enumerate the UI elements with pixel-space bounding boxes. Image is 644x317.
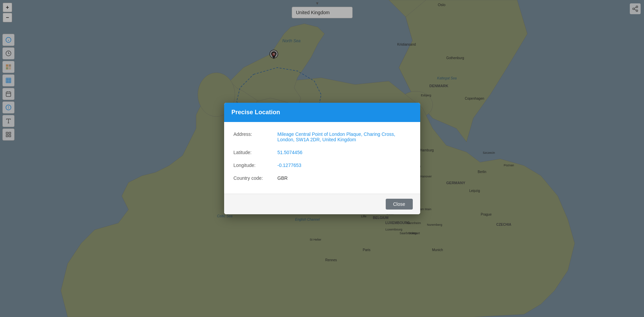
address-value: Mileage Central Point of London Plaque, … (278, 131, 411, 142)
longitude-row: Longitude: -0.1277653 (234, 163, 411, 168)
precise-location-modal: Precise Location Address: Mileage Centra… (224, 103, 420, 214)
latitude-label: Latitude: (234, 150, 278, 155)
longitude-label: Longitude: (234, 163, 278, 168)
latitude-value: 51.5074456 (278, 150, 411, 155)
modal-backdrop: Precise Location Address: Mileage Centra… (0, 0, 644, 317)
country-code-value: GBR (278, 175, 411, 181)
modal-title: Precise Location (232, 109, 413, 116)
modal-header: Precise Location (224, 103, 420, 122)
address-label: Address: (234, 131, 278, 137)
latitude-row: Latitude: 51.5074456 (234, 150, 411, 155)
address-row: Address: Mileage Central Point of London… (234, 131, 411, 142)
close-button[interactable]: Close (386, 199, 413, 210)
country-code-label: Country code: (234, 175, 278, 181)
longitude-value: -0.1277653 (278, 163, 411, 168)
modal-body: Address: Mileage Central Point of London… (224, 122, 420, 194)
country-code-row: Country code: GBR (234, 175, 411, 181)
modal-footer: Close (224, 194, 420, 214)
